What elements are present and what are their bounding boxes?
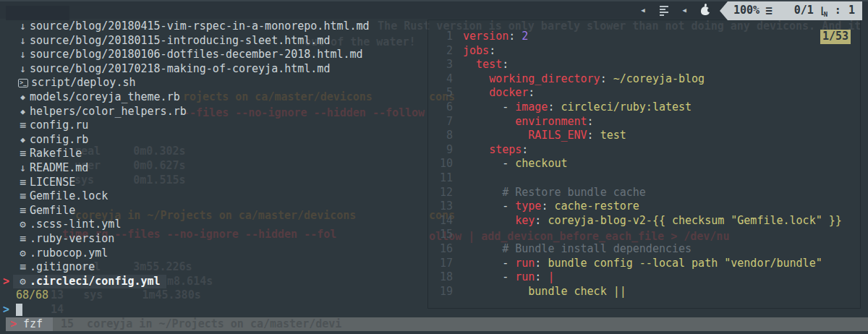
file-entry: ≡.ruby-version [13, 232, 114, 247]
file-row[interactable]: ≡.gitignore [0, 260, 425, 275]
triangle-left-icon: ◀ [641, 4, 644, 18]
file-row[interactable]: ↓source/blog/20180115-introducing-sleet.… [0, 34, 425, 48]
file-entry: ↓source/blog/20170218-making-of-coreyja.… [13, 62, 330, 77]
code-text: test: [463, 58, 509, 72]
lines-file-icon: ≡ [16, 204, 30, 218]
code-line: 18 - run: | [428, 270, 860, 285]
line-number: 5 [428, 86, 463, 100]
line-number: 1 [428, 30, 463, 44]
code-text: RAILS_ENV: test [463, 129, 626, 143]
file-name: .ruby-version [30, 232, 114, 247]
code-text: - checkout [463, 157, 568, 171]
code-line: 8 RAILS_ENV: test [428, 129, 860, 143]
line-number: 6 [428, 100, 463, 115]
file-row[interactable]: ↓source/blog/20170218-making-of-coreyja.… [0, 62, 425, 77]
code-text: working_directory: ~/coreyja-blog [463, 72, 705, 87]
file-row[interactable]: ≡LICENSE [0, 176, 425, 190]
code-line: 19 bundle check || [428, 285, 860, 299]
line-number: 13 [428, 200, 463, 214]
file-row[interactable]: >_script/deploy.sh [0, 76, 425, 90]
file-entry: ≡LICENSE [13, 176, 75, 190]
file-row[interactable]: ≡Gemfile.lock [0, 189, 425, 204]
code-line: 1version: 2 [428, 30, 860, 44]
code-line: 7 environment: [428, 115, 860, 129]
file-entry: ↓source/blog/20180106-dotfiles-december-… [13, 48, 363, 62]
code-line: 12 # Restore bundle cache [428, 186, 860, 200]
status-right-cluster: ◀ ◀ 100% ≡ 0/1 ⌊N : 1 [634, 1, 868, 20]
line-number: 8 [428, 129, 463, 143]
line-number: 9 [428, 143, 463, 158]
mode-label: fzf [23, 317, 43, 332]
sh-file-icon: >_ [18, 79, 28, 87]
code-line: 17 - run: bundle config --local path "ve… [428, 257, 860, 271]
file-entry: ≡config.ru [13, 119, 88, 133]
file-entry: ↓source/blog/20180115-introducing-sleet.… [13, 34, 330, 48]
line-number: 2 [428, 44, 463, 59]
line-number: 4 [428, 72, 463, 87]
file-row[interactable]: ≡config.ru [0, 119, 425, 133]
segment-end [862, 1, 868, 20]
search-input[interactable]: > [3, 303, 22, 317]
file-row[interactable]: ◆config.rb [0, 133, 425, 147]
file-name: Rakefile [30, 147, 82, 161]
file-name: .circleci/config.yml [30, 275, 161, 289]
statusline-ghost-text: 15 coreyja in ~/Projects on ca/master/de… [61, 317, 341, 331]
powerline-notch-icon [720, 1, 728, 20]
text-cursor [16, 304, 22, 316]
file-row[interactable]: >⚙.circleci/config.yml [0, 275, 425, 289]
lines-file-icon: ≡ [16, 119, 30, 133]
file-row[interactable]: ↓source/blog/20180106-dotfiles-december-… [0, 48, 425, 62]
file-name: source/blog/20180115-introducing-sleet.h… [30, 34, 330, 48]
file-entry: ⚙.circleci/config.yml [13, 275, 166, 289]
file-row[interactable]: ↓README.md [0, 161, 425, 176]
file-row[interactable]: ⚙.rubocop.yml [0, 247, 425, 261]
rb-file-icon: ◆ [16, 133, 30, 147]
lines-file-icon: ≡ [16, 147, 30, 161]
file-row[interactable]: ⚙.scss-lint.yml [0, 218, 425, 232]
line-number: 7 [428, 115, 463, 129]
file-name: README.md [30, 161, 88, 176]
md-file-icon: ↓ [16, 161, 30, 176]
statusline-mode-segment: > fzf [6, 317, 53, 331]
lines-file-icon: ≡ [16, 176, 30, 190]
file-name: source/blog/20180415-vim-rspec-in-a-mono… [30, 20, 370, 34]
line-number: 19 [428, 285, 463, 299]
code-text: - run: | [463, 270, 554, 285]
file-entry: ≡Gemfile.lock [13, 189, 108, 204]
battery-percent: 100% [733, 4, 760, 18]
file-row[interactable]: ◆models/coreyja_theme.rb [0, 90, 425, 105]
yml-file-icon: ⚙ [16, 275, 30, 289]
battery-icon: ≡ [765, 4, 773, 18]
preview-pane: 1/53 1version: 22jobs:3 test:4 working_d… [427, 20, 861, 309]
apple-logo-icon [701, 7, 710, 15]
ghost-line: 14 [51, 303, 64, 317]
file-name: Gemfile.lock [30, 189, 108, 204]
file-row[interactable]: ◆helpers/color_helpers.rb [0, 105, 425, 119]
md-file-icon: ↓ [16, 48, 30, 62]
code-text: version: 2 [463, 30, 528, 44]
file-entry: ⚙.rubocop.yml [13, 247, 108, 261]
code-line: 5 docker: [428, 86, 860, 100]
code-text: docker: [463, 86, 535, 100]
md-file-icon: ↓ [16, 20, 30, 34]
terminal-screen: ◀ ◀ 100% ≡ 0/1 ⌊N : 1 s! The Rust versio… [0, 0, 868, 334]
code-text: # Restore bundle cache [463, 186, 646, 200]
code-line: 15 [428, 228, 860, 242]
code-line: 4 working_directory: ~/coreyja-blog [428, 72, 860, 87]
session-index: 1 [848, 4, 855, 18]
file-name: helpers/color_helpers.rb [30, 105, 187, 119]
file-row[interactable]: ≡.ruby-version [0, 232, 425, 247]
md-file-icon: ↓ [16, 34, 30, 48]
code-line: 2jobs: [428, 44, 860, 59]
file-entry: ≡Rakefile [13, 147, 82, 161]
vim-statusline: > fzf 15 coreyja in ~/Projects on ca/mas… [6, 317, 868, 331]
line-number: 14 [428, 214, 463, 228]
file-list: ↓source/blog/20180415-vim-rspec-in-a-mon… [0, 20, 425, 288]
file-row[interactable]: ≡Gemfile [0, 204, 425, 218]
file-entry: ↓README.md [13, 161, 88, 176]
line-number: 12 [428, 186, 463, 200]
file-row[interactable]: ≡Rakefile [0, 147, 425, 161]
code-text: key: coreyja-blog-v2-{{ checksum "Gemfil… [463, 214, 842, 228]
line-number: 17 [428, 257, 463, 271]
file-row[interactable]: ↓source/blog/20180415-vim-rspec-in-a-mon… [0, 20, 425, 34]
